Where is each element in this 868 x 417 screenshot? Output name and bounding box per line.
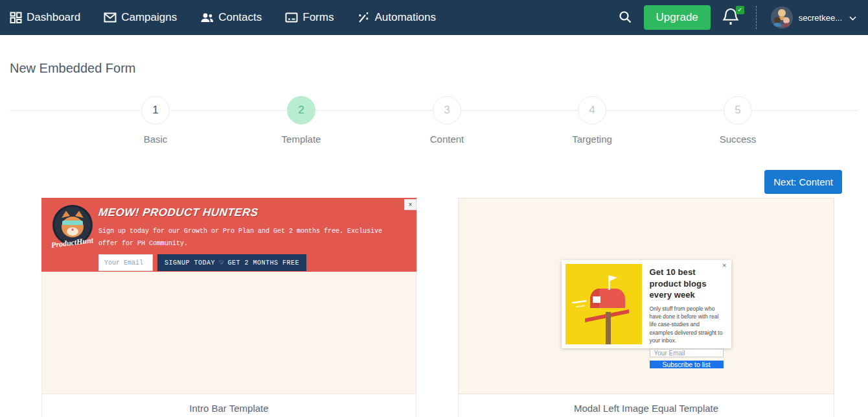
search-button[interactable] xyxy=(618,10,632,26)
intro-bar-form: SIGNUP TODAY ♡ GET 2 MONTHS FREE xyxy=(98,254,401,271)
modal-body-text: Only stuff from people who have done it … xyxy=(650,305,724,345)
step-success[interactable]: 5 Success xyxy=(699,96,777,145)
intro-bar-email-input[interactable] xyxy=(98,254,153,271)
step-content[interactable]: 3 Content xyxy=(408,96,486,145)
avatar xyxy=(771,6,793,29)
username: secretkee... xyxy=(799,13,842,23)
app-window: Dashboard Campaigns Contacts xyxy=(0,0,868,417)
step-number: 1 xyxy=(141,96,170,125)
form-window-icon xyxy=(285,12,298,23)
step-template[interactable]: 2 Template xyxy=(262,96,340,145)
step-label: Success xyxy=(699,134,777,145)
step-number: 5 xyxy=(724,96,752,125)
step-basic[interactable]: 1 Basic xyxy=(117,96,194,145)
navbar-right: Upgrade ✓ xyxy=(618,5,856,30)
nav-label: Dashboard xyxy=(27,11,80,24)
nav-dashboard[interactable]: Dashboard xyxy=(10,11,80,24)
step-label: Basic xyxy=(117,134,194,145)
template-card-modal-left-image[interactable]: Get 10 best product blogs every week Onl… xyxy=(458,198,834,417)
nav-automations[interactable]: Automations xyxy=(357,11,436,24)
notifications-button[interactable]: ✓ xyxy=(722,7,742,28)
modal-heading: Get 10 best product blogs every week xyxy=(650,267,724,301)
top-navbar: Dashboard Campaigns Contacts xyxy=(0,0,868,35)
navbar-divider xyxy=(756,6,757,29)
template-name-modal-left: Modal Left Image Equal Template xyxy=(458,394,834,417)
intro-bar-signup-button[interactable]: SIGNUP TODAY ♡ GET 2 MONTHS FREE xyxy=(157,254,306,271)
intro-bar-close-button[interactable]: × xyxy=(404,199,417,210)
page-title: New Embedded Form xyxy=(10,61,136,76)
producthunt-cat-logo: ProductHunt xyxy=(51,204,94,250)
people-icon xyxy=(200,12,214,23)
step-number: 3 xyxy=(433,96,461,125)
mailbox-illustration xyxy=(565,264,642,344)
nav-label: Contacts xyxy=(218,11,262,24)
magic-wand-icon xyxy=(357,12,370,23)
upgrade-button[interactable]: Upgrade xyxy=(644,5,711,30)
main-nav: Dashboard Campaigns Contacts xyxy=(10,11,436,24)
intro-bar-preview: ProductHunt MEOW! PRODUCT HUNTERS Sign u… xyxy=(41,198,417,272)
step-number: 2 xyxy=(287,96,315,125)
modal-email-input[interactable] xyxy=(650,349,724,357)
nav-forms[interactable]: Forms xyxy=(285,11,334,24)
template-name-intro-bar: Intro Bar Template xyxy=(41,394,417,417)
notification-check-badge: ✓ xyxy=(736,6,744,14)
nav-label: Campaigns xyxy=(121,11,177,24)
bell-icon xyxy=(722,18,739,29)
modal-content: Get 10 best product blogs every week Onl… xyxy=(642,264,727,344)
template-card-intro-bar[interactable]: ProductHunt MEOW! PRODUCT HUNTERS Sign u… xyxy=(41,198,417,417)
nav-label: Automations xyxy=(374,11,436,24)
step-label: Content xyxy=(408,134,486,145)
envelope-icon xyxy=(104,12,117,23)
step-number: 4 xyxy=(578,96,606,125)
search-icon xyxy=(618,10,632,26)
intro-bar-body: Sign up today for our Growth or Pro Plan… xyxy=(98,225,393,250)
step-label: Targeting xyxy=(553,134,631,145)
step-targeting[interactable]: 4 Targeting xyxy=(553,96,631,145)
intro-bar-heading: MEOW! PRODUCT HUNTERS xyxy=(98,206,402,219)
next-content-button[interactable]: Next: Content xyxy=(764,170,842,194)
nav-contacts[interactable]: Contacts xyxy=(200,11,262,24)
modal-preview: Get 10 best product blogs every week Onl… xyxy=(562,260,731,348)
modal-page-area: Get 10 best product blogs every week Onl… xyxy=(458,198,834,394)
chevron-down-icon xyxy=(849,12,856,23)
intro-bar-page-area xyxy=(41,272,417,394)
modal-close-button[interactable]: × xyxy=(721,261,727,270)
nav-label: Forms xyxy=(303,11,334,24)
nav-campaigns[interactable]: Campaigns xyxy=(104,11,177,24)
account-menu[interactable]: secretkee... xyxy=(771,6,856,29)
dashboard-icon xyxy=(10,12,22,24)
modal-subscribe-button[interactable]: Subscribe to list xyxy=(650,361,724,368)
step-label: Template xyxy=(262,134,340,145)
